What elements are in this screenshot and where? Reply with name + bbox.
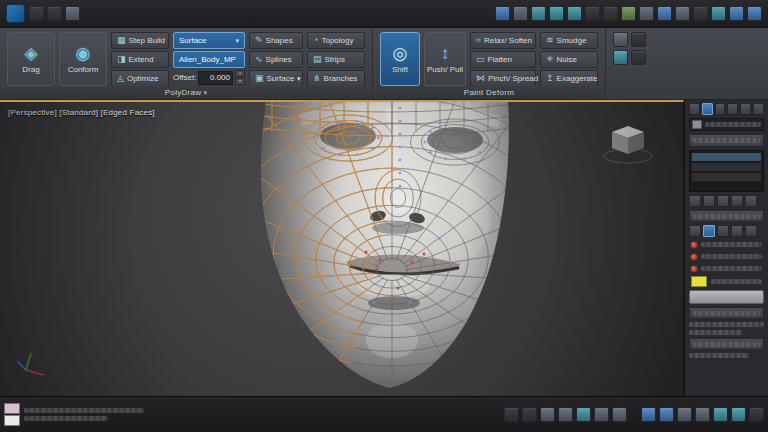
go-to-end-icon[interactable] xyxy=(612,407,627,422)
pan-icon[interactable] xyxy=(713,407,728,422)
edge-mode-icon[interactable] xyxy=(703,225,715,237)
app-logo-icon[interactable] xyxy=(6,4,25,23)
option-row[interactable] xyxy=(689,264,764,273)
polygon-mode-icon[interactable] xyxy=(731,225,743,237)
field-of-view-icon[interactable] xyxy=(695,407,710,422)
modifier-list-dropdown[interactable] xyxy=(689,134,764,147)
paint-deform-panel-caption[interactable]: Paint Deform xyxy=(373,86,605,99)
surface-button[interactable]: ▣ Surface ▾ xyxy=(249,70,303,87)
stack-item[interactable] xyxy=(692,173,761,181)
option-row[interactable] xyxy=(689,240,764,249)
color-swatch-row[interactable] xyxy=(689,276,764,287)
shift-tool-button[interactable]: ◎ Shift xyxy=(380,32,420,86)
smudge-button[interactable]: ≋ Smudge xyxy=(540,32,598,49)
modifier-stack-list[interactable] xyxy=(689,150,764,192)
orbit-icon[interactable] xyxy=(731,407,746,422)
schematic-view-icon[interactable] xyxy=(693,6,708,21)
angle-snap-icon[interactable] xyxy=(603,6,618,21)
make-unique-icon[interactable] xyxy=(717,195,729,207)
optimize-button[interactable]: ◬ Optimize xyxy=(111,70,169,87)
rollout-header[interactable] xyxy=(689,338,764,350)
defaults-icon[interactable] xyxy=(613,32,628,47)
curve-editor-icon[interactable] xyxy=(675,6,690,21)
spin-up-icon[interactable]: ▴ xyxy=(235,70,245,77)
render-setup-icon[interactable] xyxy=(729,6,744,21)
layer-manager-icon[interactable] xyxy=(657,6,672,21)
rotate-icon[interactable] xyxy=(549,6,564,21)
zoom-all-icon[interactable] xyxy=(659,407,674,422)
select-icon[interactable] xyxy=(495,6,510,21)
rollout-header[interactable] xyxy=(689,210,764,222)
option-row[interactable] xyxy=(689,252,764,261)
flatten-button[interactable]: ▭ Flatten xyxy=(470,51,536,68)
zoom-icon[interactable] xyxy=(641,407,656,422)
stack-item[interactable] xyxy=(692,163,761,171)
border-mode-icon[interactable] xyxy=(717,225,729,237)
mirror-icon[interactable] xyxy=(621,6,636,21)
remove-modifier-icon[interactable] xyxy=(731,195,743,207)
align-icon[interactable] xyxy=(639,6,654,21)
offset-spinner[interactable]: Offset: 0.000 ▴ ▾ xyxy=(173,70,245,85)
pinch-spread-button[interactable]: ⋈ Pinch/ Spread xyxy=(470,70,536,87)
display-tab-icon[interactable] xyxy=(740,103,751,115)
exaggerate-button[interactable]: ↥ Exaggerate xyxy=(540,70,598,87)
polydraw-panel-caption[interactable]: PolyDraw▾ xyxy=(0,86,372,99)
topology-button[interactable]: ◔ Topology xyxy=(307,32,365,49)
element-mode-icon[interactable] xyxy=(745,225,757,237)
viewport-label[interactable]: [Perspective] [Standard] [Edged Faces] xyxy=(8,108,155,117)
maxscript-mini-listener[interactable] xyxy=(4,403,20,426)
configure-sets-icon[interactable] xyxy=(745,195,757,207)
scale-icon[interactable] xyxy=(567,6,582,21)
strips-button[interactable]: ▤ Strips xyxy=(307,51,365,68)
maximize-viewport-icon[interactable] xyxy=(749,407,764,422)
pick-object-button[interactable]: Alien_Body_MP xyxy=(173,51,245,68)
snap-icon[interactable] xyxy=(585,6,600,21)
hierarchy-tab-icon[interactable] xyxy=(715,103,726,115)
options-icon[interactable] xyxy=(631,32,646,47)
noise-button[interactable]: ✳ Noise xyxy=(540,51,598,68)
yellow-color-swatch[interactable] xyxy=(691,276,707,287)
drag-tool-button[interactable]: ◈ Drag xyxy=(7,32,55,86)
viewport-canvas[interactable] xyxy=(0,102,684,394)
spin-down-icon[interactable]: ▾ xyxy=(235,78,245,85)
prev-frame-icon[interactable] xyxy=(558,407,573,422)
cancel-icon[interactable] xyxy=(631,50,646,65)
rollout-header[interactable] xyxy=(689,307,764,319)
select-region-icon[interactable] xyxy=(513,6,528,21)
extend-button[interactable]: ◨ Extend xyxy=(111,51,169,68)
wide-action-button[interactable] xyxy=(689,290,764,304)
show-end-result-icon[interactable] xyxy=(703,195,715,207)
push-pull-tool-button[interactable]: ↕ Push/ Pull xyxy=(424,32,466,86)
object-name-field[interactable] xyxy=(689,118,764,131)
next-frame-icon[interactable] xyxy=(594,407,609,422)
draw-on-dropdown[interactable]: Surface ▾ xyxy=(173,32,245,49)
listener-script-row[interactable] xyxy=(4,415,20,426)
render-icon[interactable] xyxy=(747,6,762,21)
save-icon[interactable] xyxy=(65,6,80,21)
material-editor-icon[interactable] xyxy=(711,6,726,21)
relax-soften-button[interactable]: ≈ Relax/ Soften xyxy=(470,32,536,49)
pin-stack-icon[interactable] xyxy=(689,195,701,207)
undo-icon[interactable] xyxy=(29,6,44,21)
conform-tool-button[interactable]: ◉ Conform xyxy=(59,32,107,86)
offset-value[interactable]: 0.000 xyxy=(198,71,233,85)
spinner-arrows[interactable]: ▴ ▾ xyxy=(235,70,245,85)
auto-key-icon[interactable] xyxy=(522,407,537,422)
commit-icon[interactable] xyxy=(613,50,628,65)
step-build-button[interactable]: ▦ Step Build xyxy=(111,32,169,49)
utilities-tab-icon[interactable] xyxy=(753,103,764,115)
set-key-icon[interactable] xyxy=(504,407,519,422)
branches-button[interactable]: ⋔ Branches xyxy=(307,70,365,87)
object-color-chip[interactable] xyxy=(692,120,702,129)
vertex-mode-icon[interactable] xyxy=(689,225,701,237)
play-icon[interactable] xyxy=(576,407,591,422)
shapes-button[interactable]: ✎ Shapes xyxy=(249,32,303,49)
create-tab-icon[interactable] xyxy=(689,103,700,115)
zoom-extents-icon[interactable] xyxy=(677,407,692,422)
splines-button[interactable]: ∿ Splines xyxy=(249,51,303,68)
stack-item-selected[interactable] xyxy=(692,153,761,161)
motion-tab-icon[interactable] xyxy=(727,103,738,115)
perspective-viewport[interactable]: [Perspective] [Standard] [Edged Faces] xyxy=(0,100,684,396)
redo-icon[interactable] xyxy=(47,6,62,21)
modify-tab-icon[interactable] xyxy=(702,103,713,115)
